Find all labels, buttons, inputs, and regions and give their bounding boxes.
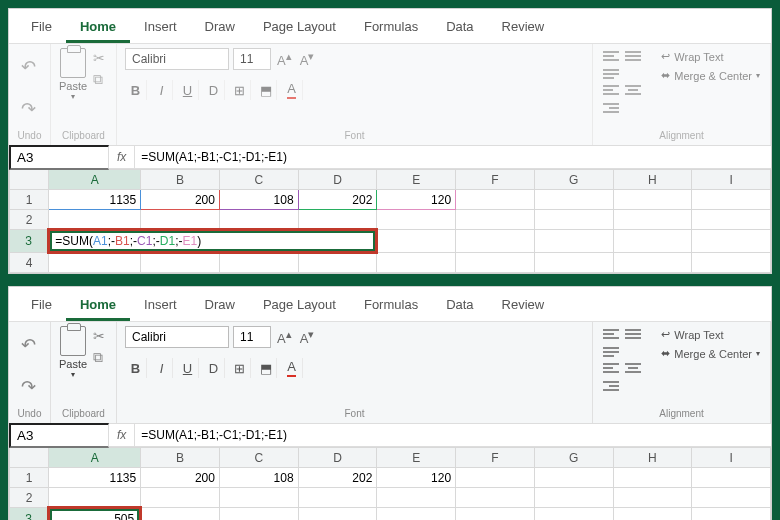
strike-button[interactable]: D — [203, 80, 225, 100]
row-header-3[interactable]: 3 — [10, 508, 49, 521]
row-header-1[interactable]: 1 — [10, 468, 49, 488]
col-header-c[interactable]: C — [219, 170, 298, 190]
font-color-button[interactable]: A — [281, 80, 303, 100]
col-header-e[interactable]: E — [377, 170, 456, 190]
align-middle-icon[interactable] — [623, 48, 643, 64]
align-middle-icon[interactable] — [623, 326, 643, 342]
fill-color-button[interactable]: ⬒ — [255, 358, 277, 378]
tab-insert[interactable]: Insert — [130, 13, 191, 43]
align-top-icon[interactable] — [601, 48, 621, 64]
cut-icon[interactable]: ✂ — [93, 328, 105, 344]
col-header-f[interactable]: F — [456, 448, 535, 468]
align-center-icon[interactable] — [623, 360, 643, 376]
cell-c1[interactable]: 108 — [219, 190, 298, 210]
wrap-text-button[interactable]: ↩Wrap Text — [659, 326, 762, 343]
cell-f1[interactable] — [456, 190, 535, 210]
italic-button[interactable]: I — [151, 80, 173, 100]
strike-button[interactable]: D — [203, 358, 225, 378]
tab-data[interactable]: Data — [432, 13, 487, 43]
align-left-icon[interactable] — [601, 82, 621, 98]
align-center-icon[interactable] — [623, 82, 643, 98]
font-size-select[interactable] — [233, 48, 271, 70]
col-header-h[interactable]: H — [613, 170, 692, 190]
spreadsheet-grid-2[interactable]: A B C D E F G H I 1 1135 200 108 202 120… — [9, 447, 771, 520]
tab-review[interactable]: Review — [488, 13, 559, 43]
cell-a3-result[interactable]: 505 — [49, 508, 141, 521]
col-header-d[interactable]: D — [298, 448, 377, 468]
col-header-f[interactable]: F — [456, 170, 535, 190]
paste-button[interactable]: Paste ▾ — [59, 48, 87, 101]
border-button[interactable]: ⊞ — [229, 80, 251, 100]
cell-a1[interactable]: 1135 — [49, 190, 141, 210]
decrease-font-icon[interactable]: A▾ — [298, 50, 317, 68]
select-all-corner[interactable] — [10, 170, 49, 190]
tab-insert[interactable]: Insert — [130, 291, 191, 321]
col-header-g[interactable]: G — [534, 170, 613, 190]
tab-formulas[interactable]: Formulas — [350, 291, 432, 321]
col-header-c[interactable]: C — [219, 448, 298, 468]
align-top-icon[interactable] — [601, 326, 621, 342]
align-bottom-icon[interactable] — [601, 344, 621, 360]
align-right-icon[interactable] — [601, 100, 621, 116]
redo-icon[interactable]: ↷ — [17, 90, 40, 128]
cut-icon[interactable]: ✂ — [93, 50, 105, 66]
col-header-b[interactable]: B — [141, 170, 220, 190]
tab-formulas[interactable]: Formulas — [350, 13, 432, 43]
cell-a3-editing[interactable]: =SUM(A1;-B1;-C1;-D1;-E1) — [49, 230, 377, 253]
row-header-4[interactable]: 4 — [10, 253, 49, 273]
tab-page-layout[interactable]: Page Layout — [249, 291, 350, 321]
bold-button[interactable]: B — [125, 80, 147, 100]
tab-file[interactable]: File — [17, 291, 66, 321]
cell-a1[interactable]: 1135 — [49, 468, 141, 488]
tab-file[interactable]: File — [17, 13, 66, 43]
col-header-e[interactable]: E — [377, 448, 456, 468]
col-header-i[interactable]: I — [692, 448, 771, 468]
merge-center-button[interactable]: ⬌Merge & Center▾ — [659, 345, 762, 362]
col-header-b[interactable]: B — [141, 448, 220, 468]
font-size-select[interactable] — [233, 326, 271, 348]
border-button[interactable]: ⊞ — [229, 358, 251, 378]
paste-button[interactable]: Paste▾ — [59, 326, 87, 379]
name-box[interactable] — [9, 423, 109, 448]
copy-icon[interactable]: ⧉ — [93, 71, 105, 88]
bold-button[interactable]: B — [125, 358, 147, 378]
col-header-h[interactable]: H — [613, 448, 692, 468]
decrease-font-icon[interactable]: A▾ — [298, 328, 317, 346]
merge-center-button[interactable]: ⬌Merge & Center▾ — [659, 67, 762, 84]
tab-draw[interactable]: Draw — [191, 13, 249, 43]
increase-font-icon[interactable]: A▴ — [275, 328, 294, 346]
row-header-3[interactable]: 3 — [10, 230, 49, 253]
undo-icon[interactable]: ↶ — [17, 48, 40, 86]
row-header-1[interactable]: 1 — [10, 190, 49, 210]
fx-icon[interactable]: fx — [109, 146, 135, 168]
row-header-2[interactable]: 2 — [10, 210, 49, 230]
tab-home[interactable]: Home — [66, 291, 130, 321]
cell-e1[interactable]: 120 — [377, 468, 456, 488]
col-header-a[interactable]: A — [49, 448, 141, 468]
cell-b1[interactable]: 200 — [141, 190, 220, 210]
col-header-d[interactable]: D — [298, 170, 377, 190]
redo-icon[interactable]: ↷ — [17, 368, 40, 406]
tab-review[interactable]: Review — [488, 291, 559, 321]
formula-input[interactable]: =SUM(A1;-B1;-C1;-D1;-E1) — [135, 425, 771, 445]
cell-b1[interactable]: 200 — [141, 468, 220, 488]
spreadsheet-grid[interactable]: A B C D E F G H I 1 1135 200 108 202 120… — [9, 169, 771, 273]
font-name-select[interactable] — [125, 326, 229, 348]
underline-button[interactable]: U — [177, 358, 199, 378]
italic-button[interactable]: I — [151, 358, 173, 378]
fx-icon[interactable]: fx — [109, 424, 135, 446]
underline-button[interactable]: U — [177, 80, 199, 100]
formula-input[interactable]: =SUM(A1;-B1;-C1;-D1;-E1) — [135, 147, 771, 167]
copy-icon[interactable]: ⧉ — [93, 349, 105, 366]
align-left-icon[interactable] — [601, 360, 621, 376]
tab-home[interactable]: Home — [66, 13, 130, 43]
increase-font-icon[interactable]: A▴ — [275, 50, 294, 68]
row-header-2[interactable]: 2 — [10, 488, 49, 508]
cell-c1[interactable]: 108 — [219, 468, 298, 488]
cell-d1[interactable]: 202 — [298, 190, 377, 210]
col-header-a[interactable]: A — [49, 170, 141, 190]
undo-icon[interactable]: ↶ — [17, 326, 40, 364]
font-color-button[interactable]: A — [281, 358, 303, 378]
select-all-corner[interactable] — [10, 448, 49, 468]
tab-data[interactable]: Data — [432, 291, 487, 321]
